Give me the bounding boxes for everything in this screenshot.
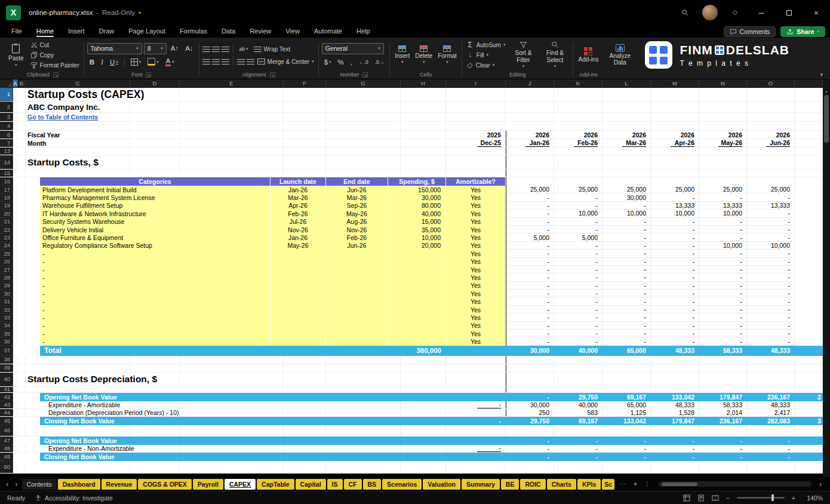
capex-category[interactable]: - [40,322,270,330]
sheet-tab-scenarios[interactable]: Scenarios [382,479,422,490]
company-name[interactable]: ABC Company Inc. [26,102,444,112]
row-header-45[interactable]: 45 [0,417,13,425]
capex-end-date[interactable] [326,297,388,305]
row-header-2[interactable]: 2 [0,102,13,112]
cell[interactable]: 133,042 [651,393,699,401]
capex-amortizable[interactable]: Yes [446,337,506,345]
cell[interactable]: 236,167 [699,417,747,425]
autosum-button[interactable]: ΣAutoSum▾ [465,40,507,50]
cell[interactable]: - [747,282,795,290]
row-header-18[interactable]: 18 [0,193,13,201]
cell[interactable]: - [506,337,554,345]
cell[interactable]: 583 [554,409,602,416]
cell[interactable]: - [699,193,747,201]
depr-label[interactable]: Depreciation (Depreciation Period (Years… [47,409,405,416]
ribbon-tab-home[interactable]: Home [30,26,60,37]
cell[interactable]: - [506,314,554,321]
horizontal-scrollbar[interactable] [659,481,811,487]
cell[interactable]: - [651,273,699,281]
row-header-42[interactable]: 42 [0,393,13,401]
cell[interactable]: 2026 [554,131,602,139]
total-value[interactable]: 65,000 [602,346,651,356]
capex-launch-date[interactable]: Feb-26 [270,210,326,217]
capex-amortizable[interactable]: Yes [446,282,506,290]
cell[interactable]: 48,333 [747,401,795,408]
capex-end-date[interactable]: May-26 [326,210,388,217]
capex-launch-date[interactable] [270,258,326,266]
total-value[interactable]: 40,000 [554,346,602,356]
row-header-29[interactable]: 29 [0,282,13,290]
capex-spending[interactable]: 10,000 [388,233,446,241]
row-header-49[interactable]: 49 [0,453,13,461]
cell[interactable]: - [747,218,795,226]
capex-launch-date[interactable] [270,322,326,330]
cell[interactable]: - [699,322,747,330]
cell[interactable]: - [747,266,795,273]
capex-launch-date[interactable] [270,330,326,337]
cell[interactable]: 2026 [699,131,747,139]
cell[interactable]: - [602,290,651,297]
cell[interactable]: - [554,290,602,297]
column-header-N[interactable]: N [699,79,747,87]
merge-center-button[interactable]: Merge & Center▾ [256,57,315,66]
month-label[interactable]: Month [26,139,205,147]
font-size-select[interactable]: 8▾ [144,43,167,54]
capex-end-date[interactable] [326,282,388,290]
clipboard-dialog-launcher-icon[interactable]: ↘ [53,72,59,78]
capex-amortizable[interactable]: Yes [446,250,506,257]
column-header-I[interactable]: I [446,79,506,87]
cell[interactable]: - [747,330,795,337]
cell[interactable]: 282,083 [747,417,795,425]
capex-category[interactable]: Office Furniture & Equipment [40,233,270,241]
sheet-tab-capex[interactable]: CAPEX [225,479,256,490]
capex-end-date[interactable]: Aug-26 [326,218,388,226]
cell[interactable]: - [699,453,747,461]
increase-indent-icon[interactable] [247,59,254,64]
capex-category[interactable]: - [40,273,270,281]
cell[interactable]: - [506,218,554,226]
ribbon-tab-data[interactable]: Data [215,26,242,37]
account-button[interactable] [697,0,723,25]
capex-category[interactable]: - [40,306,270,314]
cell[interactable]: - [506,290,554,297]
row-header-27[interactable]: 27 [0,266,13,273]
cell[interactable]: 69,167 [554,417,602,425]
increase-font-size-button[interactable]: A↑ [168,43,181,54]
more-sheets-icon[interactable]: ··· [616,481,629,487]
row-header-47[interactable]: 47 [0,437,13,445]
row-header-44[interactable]: 44 [0,409,13,416]
cell[interactable]: - [699,226,747,233]
cell[interactable]: 2,417 [747,409,795,416]
capex-amortizable[interactable]: Yes [446,193,506,201]
depr-label[interactable]: Closing Net Book Value [42,453,401,461]
cell[interactable]: - [506,393,554,401]
environment-button[interactable] [723,0,748,25]
section-heading[interactable]: Startup Costs Depreciation, $ [26,373,444,386]
cell[interactable]: 1,528 [651,409,699,416]
ribbon-tab-formulas[interactable]: Formulas [173,26,214,37]
row-header-33[interactable]: 33 [0,314,13,321]
cell[interactable]: - [602,314,651,321]
sheet-tab-bs[interactable]: BS [363,479,382,490]
wrap-text-button[interactable]: Wrap Text [253,44,292,54]
cell[interactable]: - [602,282,651,290]
row-header-6[interactable]: 6 [0,131,13,139]
cell[interactable]: 48,333 [651,401,699,408]
zoom-in-icon[interactable]: + [792,494,795,502]
cell[interactable]: - [747,233,795,241]
cell[interactable]: 179,847 [699,393,747,401]
ribbon-tab-help[interactable]: Help [350,26,377,37]
row-header-13[interactable]: 13 [0,147,13,155]
cell[interactable]: - [699,290,747,297]
cell[interactable]: - [699,437,747,445]
italic-button[interactable]: I [99,57,106,67]
column-header-G[interactable]: G [326,79,401,87]
capex-amortizable[interactable]: Yes [446,330,506,337]
cell[interactable]: - [651,258,699,266]
cell[interactable]: - [651,437,699,445]
format-cells-button[interactable]: Format▾ [436,45,459,66]
capex-spending[interactable] [388,258,446,266]
capex-end-date[interactable] [326,273,388,281]
cell[interactable]: - [602,297,651,305]
borders-button[interactable]: ▾ [128,57,144,67]
